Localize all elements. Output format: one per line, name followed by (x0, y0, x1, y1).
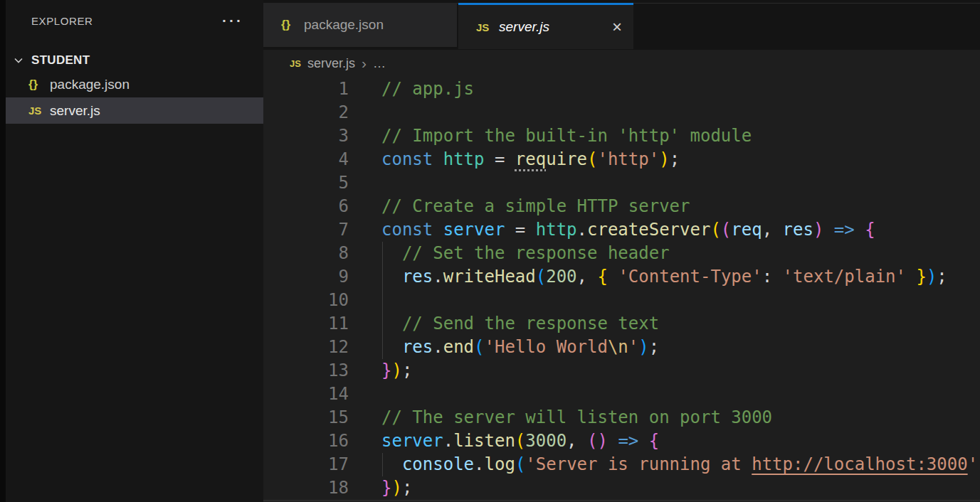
code-token: 'Content-Type' (618, 267, 762, 287)
js-file-icon: JS (476, 21, 499, 33)
line-content[interactable]: const http = require('http'); (381, 148, 980, 171)
code-token: ( (710, 220, 720, 240)
code-token: 'Server is running at (525, 454, 752, 474)
code-line[interactable]: 5 (263, 171, 980, 195)
code-token: ( (587, 431, 597, 451)
code-line[interactable]: 6// Create a simple HTTP server (263, 195, 980, 218)
line-number: 6 (263, 195, 381, 218)
code-token: ( (515, 431, 525, 451)
file-name: package.json (50, 77, 130, 92)
code-token: ; (402, 478, 412, 498)
code-token: ( (721, 220, 731, 240)
sidebar-item-server-js[interactable]: JS server.js (6, 97, 263, 124)
editor-group: {} package.json JS server.js × JS server… (263, 0, 980, 502)
code-token: { (597, 267, 607, 287)
code-token (855, 220, 865, 240)
breadcrumb-symbol[interactable]: … (373, 56, 386, 71)
code-line[interactable]: 13}); (263, 359, 980, 383)
code-line[interactable]: 10 (263, 289, 980, 312)
code-token (381, 267, 402, 287)
line-content[interactable] (381, 101, 980, 124)
line-content[interactable]: // The server will listen on port 3000 (381, 406, 980, 429)
code-token: req (731, 220, 762, 240)
code-token: // Set the response header (402, 243, 670, 263)
line-content[interactable]: // Send the response text (381, 312, 980, 336)
code-token (433, 220, 443, 240)
code-token: listen (453, 431, 515, 451)
line-content[interactable]: // Import the built-in 'http' module (381, 124, 980, 148)
code-token: ; (937, 267, 947, 287)
code-line[interactable]: 1// app.js (263, 78, 980, 101)
code-token: end (443, 337, 474, 357)
line-content[interactable]: server.listen(3000, () => { (381, 429, 980, 453)
code-token (381, 243, 402, 263)
breadcrumb-file[interactable]: server.js (307, 56, 355, 71)
js-file-icon: JS (290, 58, 301, 69)
line-content[interactable]: // app.js (381, 78, 980, 101)
code-line[interactable]: 7const server = http.createServer((req, … (263, 218, 980, 242)
code-token: // Create a simple HTTP server (381, 196, 690, 216)
line-number: 16 (263, 429, 381, 453)
code-line[interactable]: 8 // Set the response header (263, 242, 980, 265)
code-token (381, 337, 402, 357)
line-content[interactable]: res.writeHead(200, { 'Content-Type': 'te… (381, 265, 980, 289)
file-name: server.js (50, 103, 100, 119)
code-token (381, 454, 402, 474)
line-content[interactable]: }); (381, 476, 980, 500)
line-content[interactable]: // Create a simple HTTP server (381, 195, 980, 218)
code-token: . (433, 337, 443, 357)
tab-package-json[interactable]: {} package.json (263, 3, 457, 47)
code-token: ) (391, 361, 401, 380)
code-token: , (762, 220, 783, 240)
code-line[interactable]: 9 res.writeHead(200, { 'Content-Type': '… (263, 265, 980, 289)
code-token: ; (402, 361, 412, 380)
line-content[interactable]: res.end('Hello World\n'); (381, 336, 980, 359)
code-line[interactable]: 18}); (263, 476, 980, 500)
code-line[interactable]: 16server.listen(3000, () => { (263, 429, 980, 453)
code-token: 'Hello World (485, 337, 608, 357)
line-number: 3 (263, 124, 381, 148)
code-token: server (443, 220, 505, 240)
line-number: 12 (263, 336, 381, 359)
code-line[interactable]: 17 console.log('Server is running at htt… (263, 453, 980, 476)
code-token: // app.js (381, 79, 474, 99)
line-number: 7 (263, 218, 381, 242)
code-token: , (567, 431, 587, 451)
code-token: const (381, 220, 433, 240)
code-line[interactable]: 12 res.end('Hello World\n'); (263, 336, 980, 359)
line-content[interactable] (381, 289, 980, 312)
line-number: 4 (263, 148, 381, 171)
more-actions-icon[interactable]: ··· (222, 12, 243, 29)
line-number: 9 (263, 265, 381, 289)
code-token: : (762, 267, 783, 287)
chevron-down-icon[interactable] (13, 55, 24, 66)
line-content[interactable]: }); (381, 359, 980, 383)
json-file-icon: {} (28, 78, 50, 92)
code-token: ) (659, 149, 669, 169)
code-line[interactable]: 11 // Send the response text (263, 312, 980, 336)
code-line[interactable]: 4const http = require('http'); (263, 148, 980, 171)
line-content[interactable]: // Set the response header (381, 242, 980, 265)
close-icon[interactable]: × (611, 18, 623, 36)
tab-server-js[interactable]: JS server.js × (458, 3, 633, 49)
folder-section-student[interactable]: STUDENT (6, 50, 263, 71)
code-area[interactable]: 1// app.js23// Import the built-in 'http… (263, 78, 980, 502)
code-token: ( (587, 149, 597, 169)
code-line[interactable]: 2 (263, 101, 980, 124)
code-token: const (381, 149, 433, 169)
code-line[interactable]: 14 (263, 383, 980, 406)
code-token: res (783, 220, 813, 240)
code-token: . (474, 454, 484, 474)
line-content[interactable]: const server = http.createServer((req, r… (381, 218, 980, 242)
sidebar-item-package-json[interactable]: {} package.json (6, 71, 263, 97)
code-line[interactable]: 3// Import the built-in 'http' module (263, 124, 980, 148)
code-line[interactable]: 15// The server will listen on port 3000 (263, 406, 980, 429)
code-token: = (485, 149, 515, 169)
line-number: 13 (263, 359, 381, 383)
line-content[interactable] (381, 383, 980, 406)
tab-label: package.json (304, 17, 384, 33)
code-token: writeHead (443, 267, 536, 287)
line-content[interactable] (381, 171, 980, 195)
line-content[interactable]: console.log('Server is running at http:/… (381, 453, 980, 476)
code-token: createServer (587, 220, 710, 240)
